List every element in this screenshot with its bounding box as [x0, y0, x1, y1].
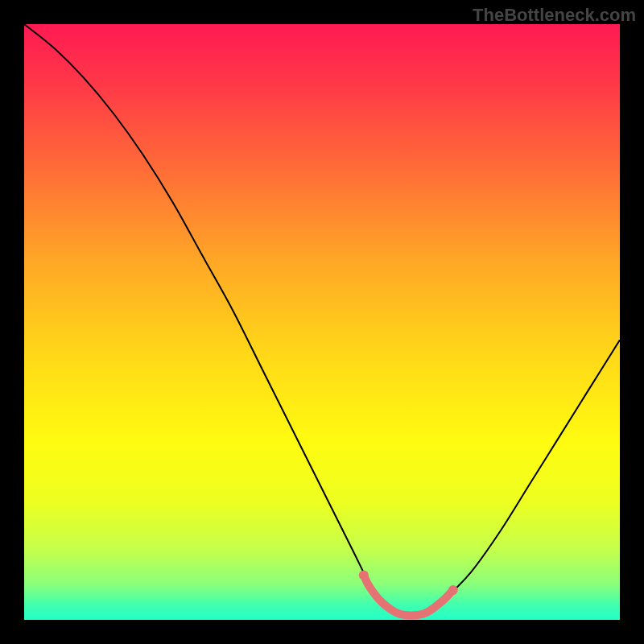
watermark-text: TheBottleneck.com [473, 5, 636, 26]
chart-container: TheBottleneck.com [0, 0, 644, 644]
svg-point-0 [359, 571, 369, 580]
svg-point-1 [448, 585, 458, 595]
chart-svg [0, 0, 644, 644]
